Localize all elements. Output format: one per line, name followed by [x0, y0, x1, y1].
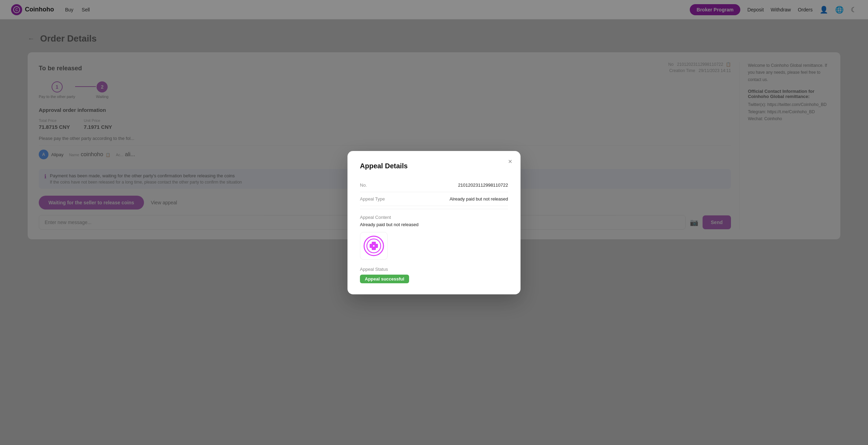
modal-content-label: Appeal Content [360, 215, 508, 220]
svg-rect-6 [370, 244, 373, 248]
modal-title: Appeal Details [360, 162, 508, 170]
modal-status-label: Appeal Status [360, 267, 508, 272]
modal-appeal-type-value: Already paid but not released [450, 196, 508, 202]
svg-point-3 [367, 239, 381, 253]
modal-status-section: Appeal Status Appeal successful [360, 267, 508, 283]
modal-appeal-type-label: Appeal Type [360, 196, 385, 202]
modal-content-text: Already paid but not released [360, 222, 508, 227]
modal-no-label: No. [360, 183, 367, 188]
page-background: ← Order Details To be released No 210120… [0, 19, 868, 445]
appeal-image-icon [363, 235, 384, 256]
appeal-status-badge: Appeal successful [360, 275, 409, 283]
modal-overlay[interactable]: Appeal Details × No. 2101202311299811072… [0, 0, 868, 445]
modal-no-value: 21012023112998110722 [458, 183, 508, 188]
appeal-details-modal: Appeal Details × No. 2101202311299811072… [347, 151, 521, 294]
svg-rect-7 [374, 244, 378, 248]
modal-divider [360, 209, 508, 209]
modal-no-field: No. 21012023112998110722 [360, 178, 508, 192]
appeal-image-box [360, 232, 388, 260]
modal-content-section: Appeal Content Already paid but not rele… [360, 215, 508, 260]
modal-close-button[interactable]: × [508, 158, 512, 165]
modal-appeal-type-field: Appeal Type Already paid but not release… [360, 192, 508, 206]
